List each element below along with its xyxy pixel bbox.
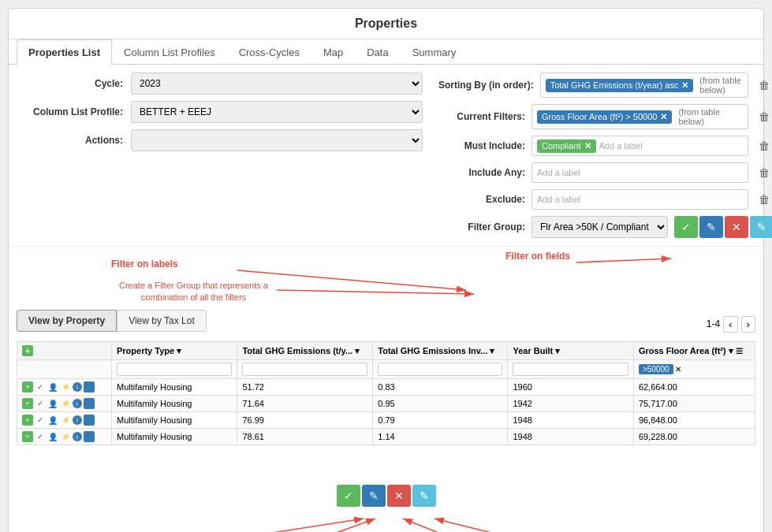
row-icon-group: + ✓ 👤 ⚡ i [22, 398, 106, 409]
exclude-delete-btn[interactable]: 🗑 [755, 192, 772, 207]
view-by-property-btn[interactable]: View by Property [17, 310, 117, 332]
svg-line-2 [277, 290, 474, 294]
row-ghg-1: 51.72 [237, 379, 373, 396]
row-bolt-icon[interactable]: ⚡ [60, 415, 71, 426]
exclude-input-area[interactable]: Add a label [531, 189, 748, 210]
row-bar-icon[interactable] [84, 431, 95, 442]
row-person-icon[interactable]: 👤 [47, 381, 58, 392]
row-add-icon[interactable]: + [22, 415, 33, 426]
row-bolt-icon[interactable]: ⚡ [60, 431, 71, 442]
row-add-icon[interactable]: + [22, 398, 33, 409]
pagination-next[interactable]: › [741, 316, 755, 333]
row-check-icon[interactable]: ✓ [35, 398, 46, 409]
filter-group-select[interactable]: Flr Area >50K / Compliant [531, 216, 668, 238]
row-person-icon[interactable]: 👤 [47, 415, 58, 426]
ghg-sort-icon[interactable]: ▾ [355, 346, 360, 355]
rename-filter-group-btn[interactable]: ✎ [699, 216, 723, 238]
tab-cross-cycles[interactable]: Cross-Cycles [227, 39, 311, 65]
filter-group-label: Filter Group: [438, 221, 525, 233]
bottom-rename-btn[interactable]: ✎ [362, 485, 386, 507]
current-filters-delete-btn[interactable]: 🗑 [755, 109, 772, 125]
row-bolt-icon[interactable]: ⚡ [60, 381, 71, 392]
filter-ghg-input[interactable] [242, 363, 367, 376]
row-add-icon[interactable]: + [22, 431, 33, 442]
sorting-delete-btn[interactable]: 🗑 [755, 77, 772, 93]
year-sort-icon[interactable]: ▾ [555, 346, 560, 355]
actions-select[interactable] [131, 129, 423, 151]
row-bar-icon[interactable] [84, 415, 95, 426]
must-include-input-area[interactable]: Compliant ✕ Add a label [531, 136, 748, 156]
row-check-icon[interactable]: ✓ [35, 381, 46, 392]
row-bar-icon[interactable] [84, 381, 95, 392]
col-year-built-header[interactable]: Year Built ▾ [508, 342, 633, 360]
ghg-inv-sort-icon[interactable]: ▾ [490, 346, 494, 355]
pagination-range: 1-4 [707, 318, 720, 329]
tab-data[interactable]: Data [355, 39, 400, 65]
row-person-icon[interactable]: 👤 [47, 398, 58, 409]
row-bolt-icon[interactable]: ⚡ [60, 398, 71, 409]
include-any-input-area[interactable]: Add a label [531, 162, 748, 183]
bottom-new-btn[interactable]: ✎ [412, 485, 436, 507]
row-check-icon[interactable]: ✓ [35, 415, 46, 426]
col-gfa-header[interactable]: Gross Floor Area (ft²) ▾ ☰ [633, 342, 755, 360]
row-property-type-1: Multifamily Housing [112, 379, 237, 396]
bottom-delete-btn[interactable]: ✕ [387, 485, 411, 507]
row-info-icon[interactable]: i [73, 382, 82, 392]
data-table: + Property Type ▾ Total GHG Emissions (t… [17, 341, 755, 445]
current-filter-suffix: (from table below) [678, 107, 743, 126]
current-filter-remove[interactable]: ✕ [660, 112, 667, 122]
filter-ghg-inv-input[interactable] [378, 363, 502, 376]
filter-group-action-btns: ✓ ✎ ✕ ✎ [674, 216, 772, 238]
filter-ghg-inv-cell [373, 360, 508, 379]
col-ghg-inv-header[interactable]: Total GHG Emissions Inv... ▾ [373, 342, 508, 360]
row-add-icon[interactable]: + [22, 381, 33, 392]
row-bar-icon[interactable] [84, 398, 95, 409]
pagination-prev[interactable]: ‹ [723, 316, 737, 333]
row-gfa-2: 75,717.00 [633, 396, 755, 412]
gfa-menu-icon[interactable]: ☰ [736, 347, 743, 355]
tab-map[interactable]: Map [311, 39, 355, 65]
row-ghg-inv-4: 1.14 [373, 429, 508, 445]
row-check-icon[interactable]: ✓ [35, 431, 46, 442]
save-filter-group-btn[interactable]: ✓ [674, 216, 698, 238]
exclude-placeholder: Add a label [537, 195, 580, 204]
delete-filter-group-btn[interactable]: ✕ [725, 216, 748, 238]
bottom-section: ✓ ✎ ✕ ✎ [9, 453, 763, 532]
filter-year-built-input[interactable] [513, 363, 628, 376]
cycle-label: Cycle: [21, 78, 123, 89]
row-icon-group: + ✓ 👤 ⚡ i [22, 415, 106, 426]
sorting-badge-remove[interactable]: ✕ [681, 80, 688, 91]
col-ghg-header[interactable]: Total GHG Emissions (t/y... ▾ [237, 342, 373, 360]
gfa-filter-clear[interactable]: ✕ [675, 365, 681, 374]
must-include-badge-remove[interactable]: ✕ [584, 141, 591, 151]
tab-properties-list[interactable]: Properties List [17, 39, 112, 65]
row-ghg-inv-1: 0.83 [373, 379, 508, 396]
new-filter-group-btn[interactable]: ✎ [750, 216, 772, 238]
cycle-select[interactable]: 2023 [131, 73, 423, 95]
tab-summary[interactable]: Summary [401, 39, 468, 65]
filter-property-type-cell [112, 360, 237, 379]
must-include-delete-btn[interactable]: 🗑 [755, 138, 772, 154]
actions-label: Actions: [21, 135, 123, 146]
profile-select[interactable]: BETTER + EEEJ [131, 101, 423, 123]
gfa-sort-icon[interactable]: ▾ [729, 346, 733, 355]
sort-icon[interactable]: ▾ [177, 346, 181, 355]
sorting-suffix: (from table below) [699, 76, 743, 95]
col-property-type-header[interactable]: Property Type ▾ [112, 342, 237, 360]
row-info-icon[interactable]: i [73, 432, 82, 441]
include-any-delete-btn[interactable]: 🗑 [755, 165, 772, 180]
view-by-tax-lot-btn[interactable]: View by Tax Lot [117, 310, 207, 332]
tab-column-list-profiles[interactable]: Column List Profiles [112, 39, 227, 65]
filter-on-fields-annotation: Filter on fields [505, 251, 570, 262]
row-info-icon[interactable]: i [73, 399, 82, 408]
row-person-icon[interactable]: 👤 [47, 431, 58, 442]
filter-property-type-input[interactable] [117, 363, 232, 376]
row-info-icon[interactable]: i [73, 415, 82, 425]
bottom-save-btn[interactable]: ✓ [337, 485, 360, 507]
row-ghg-4: 78.61 [237, 429, 373, 445]
exclude-row: Exclude: Add a label 🗑 [438, 189, 772, 210]
table-section: View by Property View by Tax Lot 1-4 ‹ ›… [9, 310, 763, 453]
add-row-icon[interactable]: + [22, 345, 33, 356]
exclude-label: Exclude: [438, 194, 525, 205]
left-controls: Cycle: 2023 Column List Profile: BETTER … [21, 73, 423, 238]
